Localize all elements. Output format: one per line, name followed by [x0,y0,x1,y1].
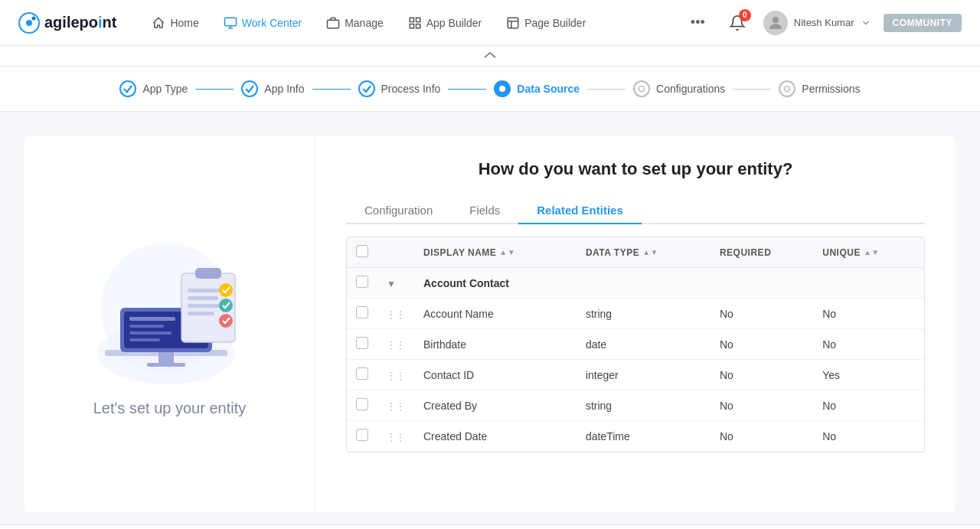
avatar-icon [766,14,785,32]
nav-home-label: Home [170,17,198,29]
cell-display-name-3: Contact ID [414,360,577,390]
nav-more-button[interactable]: ••• [684,11,711,34]
step-permissions-label: Permissions [802,83,860,95]
drag-handle-4[interactable]: ⋮⋮ [387,401,405,412]
nav-home[interactable]: Home [141,10,209,36]
col-required: REQUIRED [710,237,813,268]
svg-rect-34 [188,312,214,315]
step-data-source-icon [494,80,511,97]
table-row: ⋮⋮ Created By string No No [347,390,924,421]
svg-rect-8 [416,18,420,21]
cell-unique-2: No [813,329,924,360]
nav-app-builder[interactable]: App Builder [397,10,492,36]
tab-fields[interactable]: Fields [451,198,518,224]
sort-icon-unique: ▲▼ [864,248,880,256]
header-checkbox[interactable] [356,245,368,257]
row-checkbox-3[interactable] [356,367,368,380]
svg-rect-32 [188,296,218,300]
svg-rect-11 [508,18,518,28]
step-data-source[interactable]: Data Source [494,80,580,97]
col-checkbox [347,237,377,268]
svg-point-17 [785,87,790,92]
step-connector-2 [448,89,486,90]
nav-page-builder[interactable]: Page Builder [495,10,596,36]
user-area[interactable]: Nitesh Kumar [763,11,871,35]
cell-unique-5: No [813,421,924,452]
cell-data-type-1: string [577,299,710,329]
user-name-label: Nitesh Kumar [794,17,854,28]
main-content: Let's set up your entity How do you want… [24,136,956,512]
drag-handle-2[interactable]: ⋮⋮ [387,340,405,351]
cell-display-name-1: Account Name [414,299,577,329]
col-unique: UNIQUE ▲▼ [813,237,924,268]
svg-rect-3 [224,18,236,26]
table-row: ⋮⋮ Birthdate date No No [347,329,924,360]
cell-data-type-4: string [577,390,710,421]
sort-icon-data-type: ▲▼ [642,248,658,256]
sort-icon-display-name: ▲▼ [499,248,515,256]
right-panel: How do you want to set up your entity? C… [315,136,956,512]
entity-table-wrapper[interactable]: DISPLAY NAME ▲▼ DATA TYPE ▲▼ [346,237,925,452]
step-configurations[interactable]: Configurations [633,80,725,97]
nav-manage-label: Manage [345,17,384,29]
svg-point-36 [219,299,233,312]
nav-work-center[interactable]: Work Center [213,10,312,36]
tabs: Configuration Fields Related Entities [346,198,925,224]
row-checkbox-5[interactable] [356,429,368,441]
row-checkbox-4[interactable] [356,398,368,410]
svg-point-35 [219,283,233,297]
svg-point-1 [26,20,32,26]
top-nav: agilepoint Home Work Center Manage App B… [0,0,980,46]
col-data-type: DATA TYPE ▲▼ [577,237,710,268]
cell-data-type-3: integer [577,360,710,390]
step-app-type-label: App Type [142,83,188,95]
drag-handle-1[interactable]: ⋮⋮ [387,309,405,320]
cell-required-2: No [710,329,813,360]
illustration-image [82,231,258,400]
collapse-bar[interactable] [0,46,980,67]
cell-required-1: No [710,299,813,329]
step-permissions[interactable]: Permissions [779,80,860,97]
svg-rect-6 [328,20,339,28]
table-row: ⋮⋮ Contact ID integer No Yes [347,360,924,390]
unique-sort[interactable]: UNIQUE ▲▼ [822,247,879,258]
step-data-source-label: Data Source [517,83,580,95]
row-checkbox-2[interactable] [356,337,368,349]
step-app-info[interactable]: App Info [241,80,304,97]
drag-handle-5[interactable]: ⋮⋮ [387,432,405,442]
drag-handle-3[interactable]: ⋮⋮ [387,371,405,381]
data-type-sort[interactable]: DATA TYPE ▲▼ [586,247,658,258]
group-checkbox[interactable] [356,276,368,288]
entity-table: DISPLAY NAME ▲▼ DATA TYPE ▲▼ [347,237,924,452]
svg-point-14 [773,17,779,23]
community-button[interactable]: COMMUNITY [884,14,962,32]
user-avatar [763,11,788,35]
nav-manage[interactable]: Manage [315,10,394,36]
tab-configuration[interactable]: Configuration [346,198,451,224]
data-type-header: DATA TYPE [586,247,639,258]
group-expand-icon[interactable]: ▼ [387,279,396,289]
nav-app-builder-label: App Builder [426,17,482,29]
cell-display-name-5: Created Date [414,421,577,452]
svg-rect-22 [147,363,185,367]
display-name-sort[interactable]: DISPLAY NAME ▲▼ [423,247,515,258]
layout-icon [506,16,520,30]
step-app-type[interactable]: App Type [119,80,188,97]
notification-button[interactable]: 0 [724,9,751,37]
unique-header: UNIQUE [822,247,861,258]
svg-rect-10 [416,24,420,28]
footer: Cancel Back Next [0,524,980,529]
nav-items: Home Work Center Manage App Builder Page… [141,10,684,36]
cell-data-type-5: dateTime [577,421,710,452]
row-checkbox-1[interactable] [356,306,368,318]
grid-icon [408,16,422,30]
step-process-info[interactable]: Process Info [358,80,441,97]
chevron-down-icon [861,18,871,28]
nav-work-center-label: Work Center [242,17,302,29]
step-connector-3 [587,89,626,90]
nav-right: ••• 0 Nitesh Kumar COMMUNITY [684,9,962,37]
required-header: REQUIRED [720,247,771,258]
tab-related-entities[interactable]: Related Entities [518,198,642,224]
step-connector-0 [195,89,234,90]
group-name: Account Contact [414,268,924,299]
